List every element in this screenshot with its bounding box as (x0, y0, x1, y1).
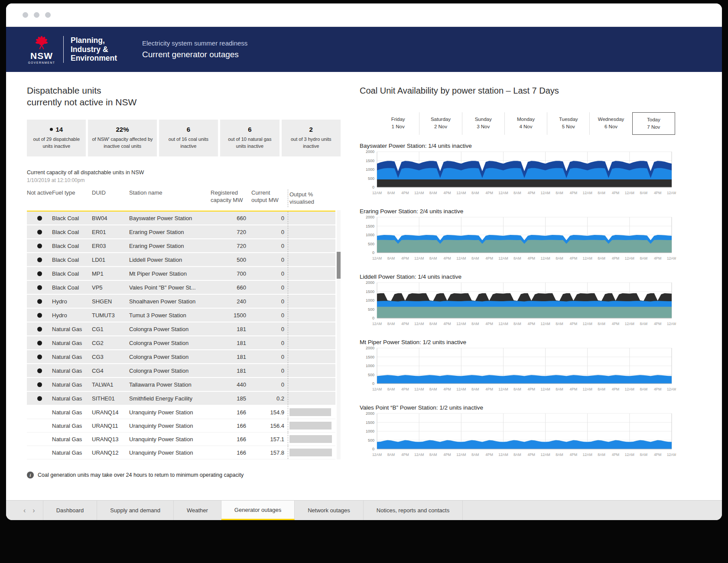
logo-org-text: NSW (30, 51, 53, 60)
table-row[interactable]: Natural GasCG1Colongra Power Station1810 (27, 322, 335, 336)
x-tick-label: 4PM (612, 256, 619, 260)
kpi-box-3: 6out of 10 natural gas units inactive (220, 120, 279, 156)
x-tick-label: 8AM (514, 452, 521, 457)
table-row[interactable]: Black CoalBW04Bayswater Power Station660… (27, 212, 335, 225)
x-tick-label: 8AM (514, 256, 521, 260)
current-output-cell: 0 (250, 243, 288, 249)
x-tick-label: 4PM (401, 322, 409, 326)
table-scrollbar[interactable] (337, 210, 341, 460)
area-chart: 050010001500200012AM8AM4PM12AM8AM4PM12AM… (360, 281, 676, 329)
x-tick-label: 8AM (598, 322, 605, 326)
registered-capacity-cell: 185 (210, 395, 250, 402)
day-tab-sunday[interactable]: Sunday3 Nov (462, 112, 504, 135)
series-band-light-blue (377, 440, 672, 449)
duid-cell: TUMUT3 (92, 312, 129, 319)
current-output-cell: 0 (250, 368, 288, 374)
tab-weather[interactable]: Weather (174, 501, 221, 520)
table-row[interactable]: Black CoalMP1Mt Piper Power Station7000 (27, 267, 335, 281)
x-tick-label: 8AM (598, 191, 605, 195)
current-output-cell: 157.1 (250, 436, 288, 443)
x-tick-label: 8AM (429, 452, 437, 457)
table-row[interactable]: Black CoalER01Eraring Power Station7200 (27, 225, 335, 239)
registered-capacity-cell: 440 (210, 381, 250, 388)
x-tick-label: 4PM (570, 191, 577, 195)
window-control-icon[interactable] (45, 12, 51, 18)
not-active-cell (27, 368, 52, 373)
y-tick-label: 2000 (366, 215, 374, 219)
x-tick-label: 12AM (625, 452, 634, 457)
day-tab-saturday[interactable]: Saturday2 Nov (419, 112, 462, 135)
table-row[interactable]: Natural GasCG2Colongra Power Station1810 (27, 336, 335, 350)
tab-supply-and-demand[interactable]: Supply and demand (97, 501, 174, 520)
left-panel-title: Dispatchable units currently not active … (27, 85, 341, 108)
table-row[interactable]: Natural GasURANQ14Uranquinty Power Stati… (27, 406, 335, 419)
output-pct-cell (288, 281, 335, 294)
next-tab-arrow-icon[interactable]: › (32, 507, 35, 514)
day-tab-wednesday[interactable]: Wednesday6 Nov (589, 112, 632, 135)
day-selector: Friday1 NovSaturday2 NovSunday3 NovMonda… (377, 112, 675, 135)
x-tick-label: 4PM (443, 191, 451, 195)
x-tick-label: 4PM (527, 322, 535, 326)
table-row[interactable]: Natural GasCG3Colongra Power Station1810 (27, 350, 335, 364)
output-pct-cell (288, 350, 335, 363)
y-tick-label: 1000 (366, 233, 374, 237)
station-name-cell: Uranquinty Power Station (129, 436, 210, 443)
table-row[interactable]: HydroTUMUT3Tumut 3 Power Station15000 (27, 309, 335, 322)
y-tick-label: 2000 (366, 150, 374, 154)
table-row[interactable]: Natural GasURANQ11Uranquinty Power Stati… (27, 419, 335, 433)
table-row[interactable]: Black CoalER03Eraring Power Station7200 (27, 239, 335, 253)
day-tab-day: Saturday (419, 117, 462, 122)
day-tab-tuesday[interactable]: Tuesday5 Nov (547, 112, 589, 135)
day-tab-date: 2 Nov (419, 124, 462, 129)
prev-tab-arrow-icon[interactable]: ‹ (23, 507, 26, 514)
table-row[interactable]: Natural GasURANQ12Uranquinty Power Stati… (27, 446, 335, 459)
day-tab-friday[interactable]: Friday1 Nov (377, 112, 419, 135)
table-row[interactable]: Natural GasURANQ13Uranquinty Power Stati… (27, 433, 335, 446)
x-tick-label: 8AM (471, 387, 479, 391)
window-control-icon[interactable] (34, 12, 39, 18)
chart-title: Vales Point “B” Power Station: 1/2 units… (360, 404, 711, 411)
station-name-cell: Uranquinty Power Station (129, 409, 210, 416)
kpi-label: of NSW' capacity affected by inactive co… (91, 136, 153, 150)
chart-vales-point-b-power-station: Vales Point “B” Power Station: 1/2 units… (360, 404, 711, 462)
station-name-cell: Colongra Power Station (129, 354, 210, 360)
x-tick-label: 8AM (387, 191, 395, 195)
registered-capacity-cell: 181 (210, 354, 250, 360)
tab-generator-outages[interactable]: Generator outages (221, 501, 295, 520)
tab-notices-reports-and-contacts[interactable]: Notices, reports and contacts (364, 501, 463, 520)
x-tick-label: 4PM (443, 452, 451, 457)
current-output-cell: 0 (250, 381, 288, 388)
registered-capacity-cell: 181 (210, 368, 250, 374)
tab-label: Weather (187, 507, 208, 514)
table-row[interactable]: Natural GasTALWA1Tallawarra Power Statio… (27, 378, 335, 392)
day-tab-monday[interactable]: Monday4 Nov (504, 112, 547, 135)
x-tick-label: 12AM (583, 387, 592, 391)
x-tick-label: 4PM (485, 256, 493, 260)
table-timestamp: 1/10/2019 at 12:10:00pm (27, 177, 341, 183)
x-tick-label: 4PM (527, 387, 535, 391)
table-row[interactable]: Natural GasCG4Colongra Power Station1810 (27, 364, 335, 378)
left-panel-title-line: Dispatchable units (27, 85, 341, 97)
table-row[interactable]: Natural GasSITHE01Smithfield Energy Faci… (27, 392, 335, 406)
window-control-icon[interactable] (23, 12, 28, 18)
table-row[interactable]: Black CoalLD01Liddell Power Station5000 (27, 253, 335, 267)
x-tick-label: 12AM (625, 191, 634, 195)
x-tick-label: 4PM (654, 452, 661, 457)
x-tick-label: 4PM (485, 191, 493, 195)
x-tick-label: 8AM (640, 452, 647, 457)
x-tick-label: 4PM (612, 191, 619, 195)
day-tab-today[interactable]: Today7 Nov (632, 112, 675, 135)
scrollbar-thumb[interactable] (337, 252, 341, 279)
tab-dashboard[interactable]: Dashboard (43, 501, 98, 520)
registered-capacity-cell: 700 (210, 270, 250, 277)
x-tick-label: 12AM (372, 322, 382, 326)
window-titlebar (6, 3, 722, 27)
waratah-icon (30, 35, 53, 51)
duid-cell: BW04 (92, 215, 129, 221)
table-row[interactable]: HydroSHGENShoalhaven Power Station2400 (27, 295, 335, 309)
output-pct-cell (288, 392, 335, 405)
table-row[interactable]: Black CoalVP5Vales Point "B" Power St...… (27, 281, 335, 295)
x-tick-label: 4PM (654, 322, 661, 326)
tab-label: Dashboard (56, 507, 84, 514)
tab-network-outages[interactable]: Network outages (295, 501, 364, 520)
